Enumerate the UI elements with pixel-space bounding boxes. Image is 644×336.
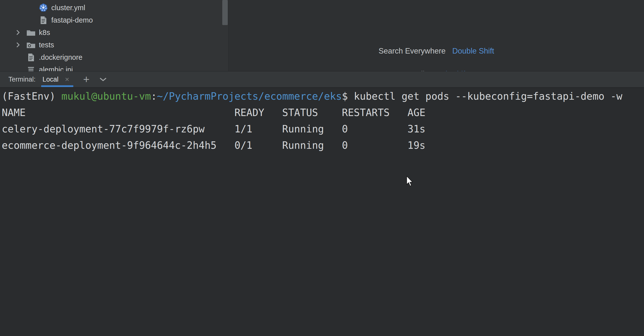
shortcut-hint-search-everywhere: Search Everywhere Double Shift [229, 46, 644, 57]
hint-shortcut-label: Double Shift [452, 47, 494, 56]
tree-item-dockerignore[interactable]: .dockerignore [0, 51, 228, 64]
folder-icon [26, 28, 36, 37]
new-terminal-tab-button[interactable]: + [81, 76, 92, 83]
tree-item-label: .dockerignore [39, 53, 82, 62]
project-tree: cluster.yml fastapi-demo [0, 0, 228, 71]
terminal-tab-title: Local [42, 76, 59, 83]
tree-item-cluster-yml[interactable]: cluster.yml [0, 2, 228, 14]
prompt-dollar: $ [342, 91, 354, 102]
kubectl-pod-row: ecommerce-deployment-9f964644c-2h4h5 0/1… [2, 140, 426, 151]
test-folder-icon [26, 40, 36, 50]
tree-item-k8s[interactable]: k8s [0, 26, 228, 39]
prompt-venv: (FastEnv) [2, 91, 62, 102]
chevron-right-icon[interactable] [14, 29, 26, 36]
prompt-separator: : [151, 91, 157, 102]
terminal-prompt-line: (FastEnv) mukul@ubuntu-vm:~/PycharmProje… [2, 91, 622, 102]
kubernetes-icon [39, 3, 48, 13]
kubectl-header-row: NAME READY STATUS RESTARTS AGE [2, 107, 426, 118]
terminal-panel-label: Terminal: [8, 76, 36, 83]
tree-scrollbar-thumb[interactable] [222, 0, 228, 25]
chevron-down-icon[interactable] [98, 76, 109, 83]
terminal-tab-local[interactable]: Local × [41, 71, 74, 87]
ini-file-icon [26, 65, 36, 71]
hint-action-label: Search Everywhere [378, 47, 446, 56]
terminal-output[interactable]: (FastEnv) mukul@ubuntu-vm:~/PycharmProje… [0, 88, 644, 154]
close-icon[interactable]: × [63, 75, 71, 84]
project-tree-panel: cluster.yml fastapi-demo [0, 0, 229, 71]
editor-empty-area: Search Everywhere Double Shift Go to Fil… [229, 0, 644, 71]
active-tab-indicator [41, 85, 73, 87]
tree-item-label: fastapi-demo [51, 16, 93, 24]
chevron-right-icon[interactable] [14, 42, 26, 48]
tree-item-alembic-ini[interactable]: alembic.ini [0, 64, 228, 71]
tree-item-tests[interactable]: tests [0, 39, 228, 51]
tree-item-label: cluster.yml [51, 4, 85, 12]
kubectl-pod-row: celery-deployment-77c7f9979f-rz6pw 1/1 R… [2, 123, 426, 135]
tree-item-fastapi-demo[interactable]: fastapi-demo [0, 14, 228, 26]
prompt-user-host: mukul@ubuntu-vm [62, 91, 151, 102]
pycharm-window: cluster.yml fastapi-demo [0, 0, 644, 336]
file-icon [26, 53, 36, 62]
tree-item-label: alembic.ini [39, 66, 73, 71]
file-icon [39, 15, 48, 25]
terminal-tool-window: Terminal: Local × + (FastEnv) mukul@ubun… [0, 71, 644, 336]
prompt-command: kubectl get pods --kubeconfig=fastapi-de… [354, 91, 622, 102]
tree-item-label: k8s [39, 29, 50, 37]
shortcut-hint-go-to-file: Go to File Ctrl+Shift+N [229, 69, 644, 71]
terminal-tab-bar: Terminal: Local × + [0, 71, 644, 88]
prompt-cwd: ~/PycharmProjects/ecommerce/eks [157, 91, 342, 102]
tree-item-label: tests [39, 41, 54, 49]
